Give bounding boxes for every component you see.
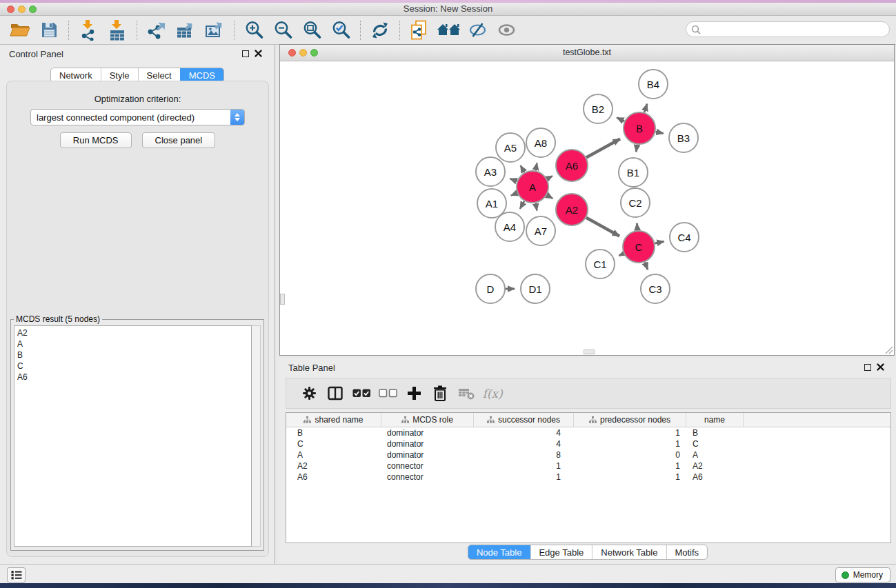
tab-motifs[interactable]: Motifs [666, 545, 707, 559]
export-network-icon[interactable] [142, 18, 171, 43]
edge-A-A6[interactable] [547, 176, 552, 179]
column-header-shared-name[interactable]: shared name [286, 413, 381, 427]
node-C[interactable]: C [623, 231, 655, 263]
cell-successor-nodes[interactable]: 8 [474, 449, 574, 460]
corner-resize-grip[interactable] [884, 345, 893, 354]
table-settings-icon[interactable] [296, 386, 322, 401]
network-minimize-button[interactable] [299, 49, 307, 57]
home-view-icon[interactable] [434, 18, 463, 43]
cell-predecessor-nodes[interactable]: 1 [574, 438, 686, 449]
open-file-icon[interactable] [6, 18, 34, 43]
cell-name[interactable]: A [686, 449, 744, 460]
mcds-result-item[interactable]: A2 [17, 327, 251, 338]
cell-mcds-role[interactable]: dominator [381, 449, 474, 460]
zoom-out-icon[interactable] [268, 18, 297, 43]
tab-mcds[interactable]: MCDS [180, 68, 223, 82]
close-panel-button[interactable]: Close panel [142, 132, 216, 148]
edge-B-B1[interactable] [636, 145, 637, 152]
cell-successor-nodes[interactable]: 1 [474, 472, 574, 483]
close-panel-icon[interactable] [255, 50, 262, 57]
node-C4[interactable]: C4 [670, 223, 699, 252]
column-header-name[interactable]: name [686, 413, 744, 427]
table-row[interactable]: Bdominator41B [286, 427, 890, 438]
show-columns-icon[interactable] [322, 386, 348, 401]
export-image-icon[interactable] [200, 18, 229, 43]
node-B[interactable]: B [624, 112, 655, 144]
node-A1[interactable]: A1 [477, 189, 506, 218]
export-table-icon[interactable] [171, 18, 200, 43]
edge-A-A1[interactable] [511, 193, 517, 196]
edge-C-C4[interactable] [655, 241, 664, 243]
cell-predecessor-nodes[interactable]: 0 [574, 449, 686, 460]
cell-mcds-role[interactable]: connector [381, 472, 474, 483]
float-panel-icon[interactable] [864, 364, 871, 371]
search-input[interactable] [704, 23, 889, 36]
cell-shared-name[interactable]: B [286, 427, 381, 438]
cell-shared-name[interactable]: A6 [286, 472, 381, 483]
node-B2[interactable]: B2 [584, 94, 613, 123]
cell-shared-name[interactable]: C [286, 438, 381, 449]
node-B3[interactable]: B3 [669, 123, 698, 152]
edge-A-A8[interactable] [535, 163, 537, 170]
table-row[interactable]: Cdominator41C [286, 438, 890, 449]
column-header-successor-nodes[interactable]: successor nodes [474, 413, 574, 427]
close-panel-icon[interactable] [877, 363, 884, 371]
left-resize-handle[interactable] [280, 294, 285, 305]
cell-shared-name[interactable]: A2 [286, 460, 381, 472]
hide-graphics-details-icon[interactable] [463, 18, 492, 43]
mcds-result-item[interactable]: B [17, 349, 251, 361]
cell-mcds-role[interactable]: connector [381, 460, 474, 472]
import-table-icon[interactable] [103, 18, 132, 43]
cell-predecessor-nodes[interactable]: 1 [574, 472, 686, 483]
tab-style[interactable]: Style [101, 68, 138, 82]
memory-button[interactable]: Memory [835, 567, 890, 582]
cell-successor-nodes[interactable]: 4 [474, 427, 574, 438]
edge-A-A5[interactable] [521, 165, 525, 172]
select-all-icon[interactable] [348, 389, 375, 398]
edge-A2-C[interactable] [586, 218, 619, 236]
node-D1[interactable]: D1 [521, 274, 550, 303]
cell-name[interactable]: A6 [686, 472, 744, 483]
node-A3[interactable]: A3 [476, 157, 505, 186]
cell-mcds-role[interactable]: dominator [381, 427, 474, 438]
edge-C-C1[interactable] [619, 254, 624, 256]
zoom-in-icon[interactable] [239, 18, 268, 43]
edge-B-B3[interactable] [655, 132, 663, 133]
node-C1[interactable]: C1 [586, 250, 615, 278]
mcds-result-list[interactable]: A2ABCA6 [14, 325, 252, 547]
cell-predecessor-nodes[interactable]: 1 [574, 427, 686, 438]
save-session-icon[interactable] [34, 18, 63, 43]
task-history-button[interactable] [7, 567, 26, 582]
edge-A-A3[interactable] [510, 179, 517, 181]
mcds-result-item[interactable]: A6 [17, 372, 251, 383]
cell-name[interactable]: B [686, 427, 744, 438]
import-network-icon[interactable] [74, 18, 103, 43]
mcds-result-scrollbar[interactable] [252, 325, 261, 547]
cell-mcds-role[interactable]: dominator [381, 438, 474, 449]
node-D[interactable]: D [476, 274, 505, 303]
close-window-button[interactable] [7, 6, 14, 13]
node-A6[interactable]: A6 [556, 150, 588, 181]
network-close-button[interactable] [288, 49, 296, 57]
edge-B-B2[interactable] [617, 118, 624, 121]
tab-select[interactable]: Select [138, 68, 180, 82]
zoom-selected-icon[interactable] [326, 18, 355, 43]
node-B1[interactable]: B1 [619, 158, 648, 187]
mcds-result-item[interactable]: C [17, 361, 251, 372]
table-row[interactable]: A2connector11A2 [286, 460, 890, 472]
node-A2[interactable]: A2 [556, 194, 588, 225]
edge-B-B4[interactable] [644, 104, 647, 112]
show-graphics-details-icon[interactable] [492, 18, 521, 43]
tab-network-table[interactable]: Network Table [592, 545, 666, 559]
mcds-result-item[interactable]: A [17, 338, 251, 349]
column-header-predecessor-nodes[interactable]: predecessor nodes [574, 413, 686, 427]
node-A7[interactable]: A7 [526, 216, 555, 245]
node-A[interactable]: A [517, 171, 548, 203]
node-C2[interactable]: C2 [621, 188, 650, 217]
clone-network-icon[interactable] [405, 18, 434, 43]
network-maximize-button[interactable] [310, 49, 318, 57]
column-header-mcds-role[interactable]: MCDS role [381, 413, 474, 427]
edge-A-A4[interactable] [520, 201, 524, 209]
edge-A-A2[interactable] [547, 195, 553, 199]
tab-edge-table[interactable]: Edge Table [530, 545, 592, 559]
